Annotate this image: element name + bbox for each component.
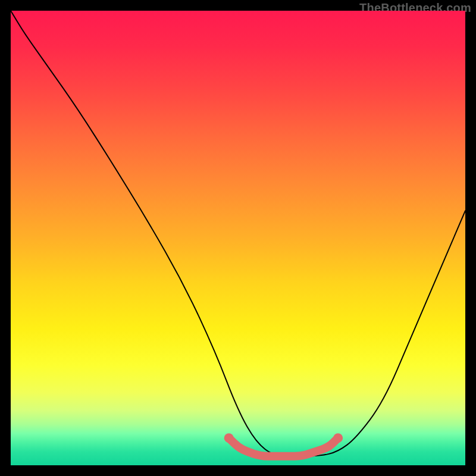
optimal-range-dot [325,443,333,450]
optimal-range-line [229,438,338,456]
optimal-range-dot [234,443,242,450]
plot-area [11,11,465,465]
bottleneck-curve-line [11,11,465,456]
chart-frame: TheBottleneck.com [0,0,476,476]
curve-group [11,11,465,456]
optimal-range-dot [333,433,343,443]
chart-svg [11,11,465,465]
optimal-range-dot [224,433,234,443]
